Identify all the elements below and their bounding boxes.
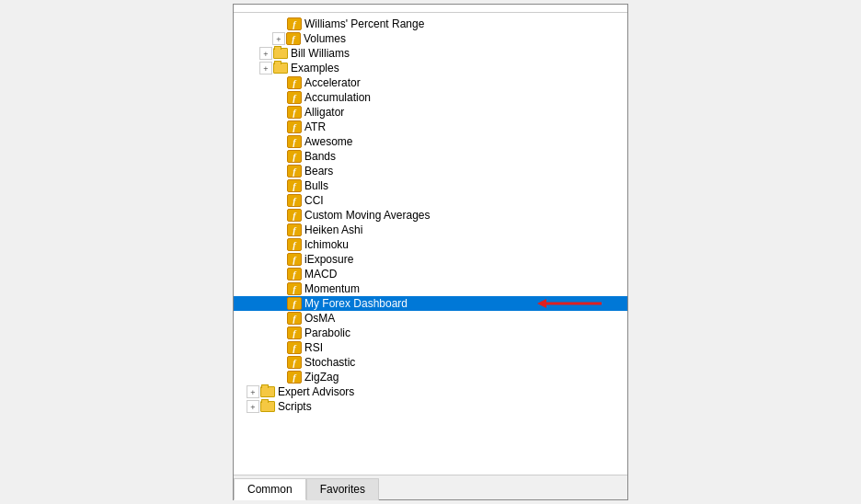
tree-item-bill-williams[interactable]: +Bill Williams bbox=[234, 46, 627, 61]
indicator-icon-bears bbox=[287, 165, 302, 178]
tree-item-stochastic[interactable]: Stochastic bbox=[234, 355, 627, 370]
tree-item-label-accelerator: Accelerator bbox=[304, 76, 361, 89]
indicator-icon-my-forex-dashboard bbox=[287, 297, 302, 310]
tree-item-iexposure[interactable]: iExposure bbox=[234, 252, 627, 267]
indicator-icon-accelerator bbox=[287, 76, 302, 89]
tree-item-label-stochastic: Stochastic bbox=[304, 356, 355, 369]
tree-item-label-atr: ATR bbox=[304, 120, 326, 133]
tree-item-expert-advisors[interactable]: +Expert Advisors bbox=[234, 384, 627, 399]
folder-icon-examples bbox=[273, 63, 288, 74]
tree-item-label-momentum: Momentum bbox=[304, 282, 360, 295]
tree-area: Williams' Percent Range+Volumes+Bill Wil… bbox=[234, 13, 627, 475]
indicator-icon-ichimoku bbox=[287, 238, 302, 251]
indicator-icon-parabolic bbox=[287, 326, 302, 339]
indicator-icon-bulls bbox=[287, 179, 302, 192]
folder-icon-expert-advisors bbox=[260, 386, 275, 397]
tree-item-label-heiken-ashi: Heiken Ashi bbox=[304, 223, 362, 236]
tab-favorites[interactable]: Favorites bbox=[306, 478, 379, 500]
tree-item-bands[interactable]: Bands bbox=[234, 149, 627, 164]
expander-scripts[interactable]: + bbox=[247, 400, 259, 413]
folder-icon-bill-williams bbox=[273, 48, 288, 59]
indicator-icon-heiken-ashi bbox=[287, 223, 302, 236]
tree-item-atr[interactable]: ATR bbox=[234, 120, 627, 134]
tree-item-label-scripts: Scripts bbox=[278, 400, 312, 413]
folder-icon-scripts bbox=[260, 401, 275, 412]
tree-item-bulls[interactable]: Bulls bbox=[234, 178, 627, 193]
tree-item-williams-percent[interactable]: Williams' Percent Range bbox=[234, 17, 627, 31]
tree-item-my-forex-dashboard[interactable]: My Forex Dashboard bbox=[234, 296, 627, 311]
tabs-bar: CommonFavorites bbox=[234, 475, 627, 499]
indicator-icon-volumes bbox=[286, 32, 301, 45]
tree-item-label-examples: Examples bbox=[291, 62, 339, 74]
expander-bill-williams[interactable]: + bbox=[259, 47, 272, 60]
tree-item-rsi[interactable]: RSI bbox=[234, 340, 627, 355]
indicator-icon-macd bbox=[287, 268, 302, 281]
red-arrow-icon bbox=[537, 294, 611, 313]
indicator-icon-osma bbox=[287, 312, 302, 325]
tree-item-zigzag[interactable]: ZigZag bbox=[234, 370, 627, 384]
tree-item-volumes[interactable]: +Volumes bbox=[234, 31, 627, 46]
expander-examples[interactable]: + bbox=[259, 62, 272, 74]
tree-item-label-alligator: Alligator bbox=[304, 106, 344, 119]
tab-common[interactable]: Common bbox=[234, 478, 306, 500]
tree-item-custom-ma[interactable]: Custom Moving Averages bbox=[234, 208, 627, 223]
tree-item-label-bears: Bears bbox=[304, 165, 333, 178]
tree-item-label-bands: Bands bbox=[304, 150, 336, 163]
expander-volumes[interactable]: + bbox=[272, 32, 285, 45]
indicator-icon-custom-ma bbox=[287, 209, 302, 222]
tree-item-osma[interactable]: OsMA bbox=[234, 311, 627, 326]
tree-item-label-custom-ma: Custom Moving Averages bbox=[304, 209, 430, 222]
tree-item-label-macd: MACD bbox=[304, 268, 337, 281]
indicator-icon-williams-percent bbox=[287, 17, 302, 30]
tree-item-label-iexposure: iExposure bbox=[304, 253, 353, 266]
indicator-icon-accumulation bbox=[287, 91, 302, 104]
tree-item-label-accumulation: Accumulation bbox=[304, 91, 371, 104]
tree-item-label-ichimoku: Ichimoku bbox=[304, 238, 349, 251]
indicator-icon-zigzag bbox=[287, 371, 302, 384]
tree-item-label-my-forex-dashboard: My Forex Dashboard bbox=[304, 297, 408, 310]
tree-item-label-williams-percent: Williams' Percent Range bbox=[304, 17, 424, 30]
tree-item-label-cci: CCI bbox=[304, 194, 324, 207]
tree-item-scripts[interactable]: +Scripts bbox=[234, 399, 627, 414]
indicator-icon-stochastic bbox=[287, 356, 302, 369]
svg-marker-1 bbox=[537, 299, 546, 308]
navigator-window: Williams' Percent Range+Volumes+Bill Wil… bbox=[233, 4, 628, 500]
tree-scroll[interactable]: Williams' Percent Range+Volumes+Bill Wil… bbox=[234, 13, 627, 475]
expander-expert-advisors[interactable]: + bbox=[247, 385, 259, 398]
indicator-icon-cci bbox=[287, 194, 302, 207]
tree-item-cci[interactable]: CCI bbox=[234, 193, 627, 208]
tree-item-label-rsi: RSI bbox=[304, 341, 323, 354]
tree-item-awesome[interactable]: Awesome bbox=[234, 134, 627, 149]
indicator-icon-rsi bbox=[287, 341, 302, 354]
indicator-icon-iexposure bbox=[287, 253, 302, 266]
tree-item-label-bulls: Bulls bbox=[304, 179, 328, 192]
tree-item-ichimoku[interactable]: Ichimoku bbox=[234, 237, 627, 252]
tree-item-accelerator[interactable]: Accelerator bbox=[234, 75, 627, 90]
tree-item-alligator[interactable]: Alligator bbox=[234, 105, 627, 120]
indicator-icon-atr bbox=[287, 120, 302, 133]
tree-item-bears[interactable]: Bears bbox=[234, 164, 627, 178]
tree-item-label-osma: OsMA bbox=[304, 312, 335, 325]
tree-item-label-bill-williams: Bill Williams bbox=[291, 47, 350, 60]
tree-item-label-expert-advisors: Expert Advisors bbox=[278, 385, 354, 398]
tree-item-parabolic[interactable]: Parabolic bbox=[234, 326, 627, 340]
indicator-icon-bands bbox=[287, 150, 302, 163]
tree-item-momentum[interactable]: Momentum bbox=[234, 281, 627, 296]
tree-item-label-volumes: Volumes bbox=[304, 32, 346, 45]
tree-item-heiken-ashi[interactable]: Heiken Ashi bbox=[234, 223, 627, 237]
tree-item-label-parabolic: Parabolic bbox=[304, 326, 350, 339]
indicator-icon-awesome bbox=[287, 135, 302, 148]
tree-item-label-zigzag: ZigZag bbox=[304, 371, 339, 384]
tree-item-examples[interactable]: +Examples bbox=[234, 61, 627, 75]
indicator-icon-alligator bbox=[287, 106, 302, 119]
tree-item-accumulation[interactable]: Accumulation bbox=[234, 90, 627, 105]
title-bar bbox=[234, 5, 627, 13]
tree-item-macd[interactable]: MACD bbox=[234, 267, 627, 281]
tree-item-label-awesome: Awesome bbox=[304, 135, 352, 148]
indicator-icon-momentum bbox=[287, 282, 302, 295]
